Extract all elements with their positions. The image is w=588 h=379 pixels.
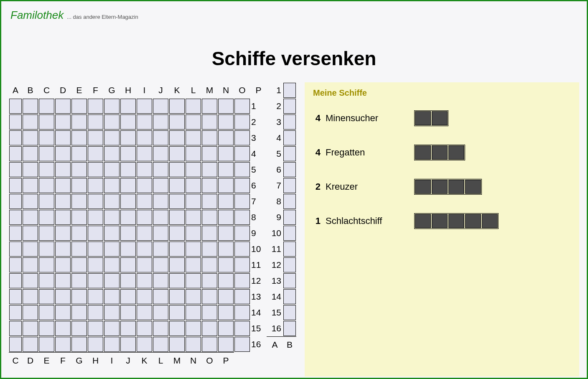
grid-cell[interactable] bbox=[39, 178, 54, 193]
grid-cell[interactable] bbox=[202, 337, 217, 352]
grid-cell[interactable] bbox=[88, 130, 103, 145]
grid-cell[interactable] bbox=[88, 289, 103, 304]
grid-cell[interactable] bbox=[88, 226, 103, 241]
grid-cell[interactable] bbox=[104, 178, 120, 193]
grid-cell[interactable] bbox=[71, 242, 87, 257]
grid-cell[interactable] bbox=[120, 321, 136, 336]
grid-cell[interactable] bbox=[120, 273, 136, 288]
grid-cell[interactable] bbox=[9, 162, 22, 177]
grid-cell[interactable] bbox=[234, 226, 250, 241]
grid-cell[interactable] bbox=[71, 321, 87, 336]
grid-cell[interactable] bbox=[120, 337, 136, 352]
grid-cell[interactable] bbox=[39, 146, 54, 161]
grid-cell[interactable] bbox=[104, 162, 120, 177]
grid-cell[interactable] bbox=[104, 210, 120, 225]
grid-cell[interactable] bbox=[71, 226, 87, 241]
grid-cell[interactable] bbox=[55, 194, 71, 209]
grid-cell[interactable] bbox=[283, 305, 296, 320]
grid-cell[interactable] bbox=[23, 226, 38, 241]
grid-cell[interactable] bbox=[169, 289, 185, 304]
grid-cell[interactable] bbox=[186, 114, 201, 130]
grid-cell[interactable] bbox=[39, 130, 54, 145]
grid-cell[interactable] bbox=[104, 114, 120, 130]
grid-cell[interactable] bbox=[55, 289, 71, 304]
grid-cell[interactable] bbox=[39, 210, 54, 225]
grid-cell[interactable] bbox=[283, 114, 296, 130]
grid-cell[interactable] bbox=[169, 130, 185, 145]
grid-cell[interactable] bbox=[104, 337, 120, 352]
grid-cell[interactable] bbox=[88, 210, 103, 225]
grid-cell[interactable] bbox=[104, 226, 120, 241]
grid-cell[interactable] bbox=[169, 321, 185, 336]
grid-cell[interactable] bbox=[234, 305, 250, 320]
grid-cell[interactable] bbox=[9, 242, 22, 257]
grid-cell[interactable] bbox=[39, 257, 54, 272]
grid-cell[interactable] bbox=[169, 146, 185, 161]
grid-cell[interactable] bbox=[283, 242, 296, 257]
grid-cell[interactable] bbox=[283, 210, 296, 225]
grid-cell[interactable] bbox=[71, 289, 87, 304]
grid-cell[interactable] bbox=[153, 257, 168, 272]
grid-cell[interactable] bbox=[186, 305, 201, 320]
grid-cell[interactable] bbox=[9, 321, 22, 336]
grid-cell[interactable] bbox=[23, 162, 38, 177]
grid-cell[interactable] bbox=[218, 130, 234, 145]
grid-cell[interactable] bbox=[9, 194, 22, 209]
grid-cell[interactable] bbox=[234, 178, 250, 193]
grid-cell[interactable] bbox=[153, 289, 168, 304]
grid-cell[interactable] bbox=[104, 321, 120, 336]
grid-cell[interactable] bbox=[202, 114, 217, 130]
grid-cell[interactable] bbox=[283, 99, 296, 114]
grid-cell[interactable] bbox=[202, 242, 217, 257]
grid-cell[interactable] bbox=[202, 226, 217, 241]
grid-cell[interactable] bbox=[23, 99, 38, 114]
grid-cell[interactable] bbox=[55, 321, 71, 336]
grid-cell[interactable] bbox=[169, 194, 185, 209]
grid-cell[interactable] bbox=[120, 146, 136, 161]
grid-cell[interactable] bbox=[104, 99, 120, 114]
grid-cell[interactable] bbox=[9, 289, 22, 304]
grid-cell[interactable] bbox=[9, 130, 22, 145]
grid-cell[interactable] bbox=[71, 162, 87, 177]
grid-cell[interactable] bbox=[137, 226, 152, 241]
grid-cell[interactable] bbox=[202, 321, 217, 336]
grid-cell[interactable] bbox=[104, 194, 120, 209]
grid-cell[interactable] bbox=[234, 289, 250, 304]
grid-cell[interactable] bbox=[283, 289, 296, 304]
grid-cell[interactable] bbox=[104, 273, 120, 288]
grid-cell[interactable] bbox=[71, 178, 87, 193]
grid-cell[interactable] bbox=[169, 99, 185, 114]
grid-cell[interactable] bbox=[234, 257, 250, 272]
grid-cell[interactable] bbox=[202, 289, 217, 304]
grid-cell[interactable] bbox=[234, 146, 250, 161]
grid-cell[interactable] bbox=[218, 257, 234, 272]
grid-cell[interactable] bbox=[153, 210, 168, 225]
grid-cell[interactable] bbox=[218, 305, 234, 320]
grid-cell[interactable] bbox=[137, 210, 152, 225]
grid-cell[interactable] bbox=[202, 99, 217, 114]
grid-cell[interactable] bbox=[186, 194, 201, 209]
grid-cell[interactable] bbox=[218, 242, 234, 257]
grid-cell[interactable] bbox=[153, 194, 168, 209]
grid-cell[interactable] bbox=[137, 321, 152, 336]
grid-cell[interactable] bbox=[169, 257, 185, 272]
grid-cell[interactable] bbox=[153, 226, 168, 241]
grid-cell[interactable] bbox=[202, 130, 217, 145]
grid-cell[interactable] bbox=[23, 210, 38, 225]
grid-cell[interactable] bbox=[218, 162, 234, 177]
grid-cell[interactable] bbox=[9, 178, 22, 193]
grid-cell[interactable] bbox=[55, 99, 71, 114]
grid-cell[interactable] bbox=[71, 130, 87, 145]
grid-cell[interactable] bbox=[137, 305, 152, 320]
grid-cell[interactable] bbox=[137, 114, 152, 130]
grid-cell[interactable] bbox=[23, 146, 38, 161]
grid-cell[interactable] bbox=[9, 226, 22, 241]
grid-cell[interactable] bbox=[104, 130, 120, 145]
grid-cell[interactable] bbox=[218, 146, 234, 161]
grid-cell[interactable] bbox=[23, 305, 38, 320]
grid-cell[interactable] bbox=[186, 257, 201, 272]
grid-cell[interactable] bbox=[120, 194, 136, 209]
grid-cell[interactable] bbox=[9, 257, 22, 272]
grid-cell[interactable] bbox=[186, 337, 201, 352]
grid-cell[interactable] bbox=[120, 242, 136, 257]
